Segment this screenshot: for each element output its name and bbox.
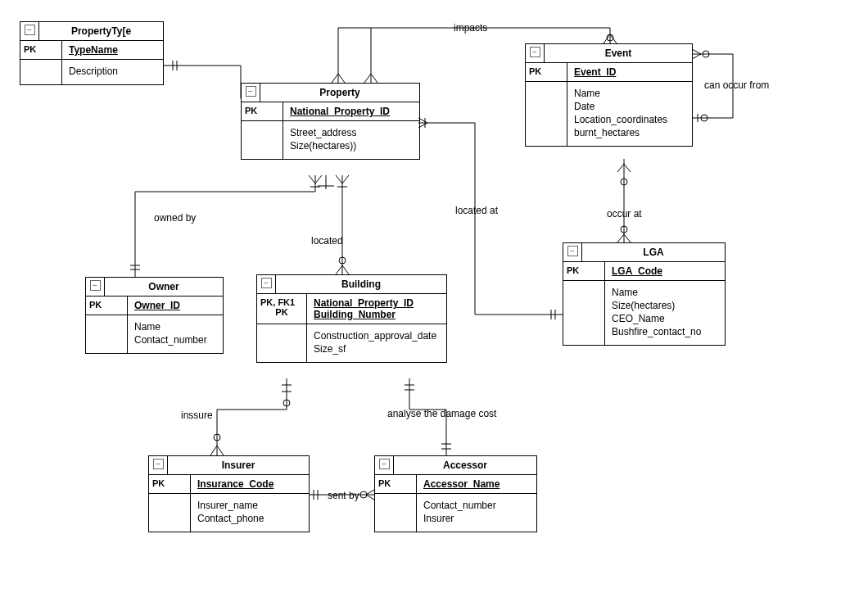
minus-icon[interactable]: − — [153, 459, 164, 469]
entity-title: PropertyTy[e — [39, 22, 163, 40]
pk-field: Owner_ID — [128, 296, 223, 315]
pk-label: PK — [149, 475, 191, 493]
entity-attr: burnt_hectares — [574, 126, 685, 139]
svg-point-62 — [214, 434, 220, 441]
minus-icon[interactable]: − — [379, 459, 390, 469]
minus-icon[interactable]: − — [567, 246, 578, 256]
pk-label: PK, FK1 — [260, 297, 303, 307]
rel-sent-by: sent by — [325, 490, 362, 501]
entity-attr: Size_sf — [314, 342, 440, 355]
pk-field: Building_Number — [314, 309, 440, 320]
entity-building: −Building PK, FK1PK National_Property_ID… — [256, 274, 447, 363]
entity-title: LGA — [582, 243, 725, 261]
entity-attr: Size(hectares) — [612, 299, 718, 312]
minus-icon[interactable]: − — [261, 278, 272, 288]
svg-line-19 — [692, 49, 701, 54]
pk-label: PK — [86, 296, 128, 315]
entity-title: Accessor — [394, 456, 536, 474]
minus-icon[interactable]: − — [246, 86, 256, 97]
svg-line-52 — [336, 265, 342, 274]
rel-can-occur-from: can occur from — [702, 79, 771, 91]
entity-attr: Name — [134, 320, 216, 333]
pk-field: National_Property_ID — [314, 297, 440, 309]
entity-attr: Description — [69, 65, 156, 78]
svg-line-14 — [604, 34, 610, 43]
rel-analyse: analyse the damage cost — [385, 408, 499, 419]
svg-line-49 — [336, 175, 342, 183]
svg-point-21 — [703, 51, 709, 57]
svg-line-20 — [692, 54, 701, 59]
entity-attr: Bushfire_contact_no — [612, 325, 718, 338]
svg-line-78 — [366, 495, 374, 500]
entity-insurer: −Insurer PKInsurance_Code Insurer_nameCo… — [148, 455, 310, 532]
entity-title: Building — [276, 275, 446, 293]
pk-label: PK — [563, 262, 605, 280]
pk-field: Insurance_Code — [191, 475, 309, 493]
entity-property: −Property PKNational_Property_ID Street_… — [241, 83, 420, 160]
svg-line-38 — [617, 234, 624, 242]
pk-field: Accessor_Name — [417, 475, 536, 493]
entity-attr: Contact_number — [134, 333, 216, 346]
entity-property-type: −PropertyTy[e PKTypeName Description — [20, 21, 164, 85]
entity-attr: Location_coordinates — [574, 113, 685, 126]
entity-attr: Name — [612, 286, 718, 299]
svg-point-23 — [701, 115, 708, 121]
minus-icon[interactable]: − — [90, 280, 101, 291]
svg-point-34 — [621, 179, 627, 185]
entity-attr: Date — [574, 100, 685, 113]
svg-line-35 — [617, 164, 624, 172]
entity-attr: Size(hectares)) — [290, 139, 413, 152]
entity-attr: Construction_approval_date — [314, 329, 440, 342]
svg-line-10 — [338, 74, 345, 83]
entity-attr: Contact_phone — [197, 512, 302, 525]
svg-line-39 — [624, 234, 631, 242]
entity-attr: Contact_number — [423, 499, 530, 512]
svg-line-15 — [610, 34, 617, 43]
entity-title: Owner — [105, 278, 223, 296]
entity-accessor: −Accessor PKAccessor_Name Contact_number… — [374, 455, 537, 532]
rel-impacts: impacts — [451, 22, 490, 34]
rel-inssure: inssure — [179, 410, 215, 421]
rel-located: located — [309, 235, 346, 247]
pk-field: TypeName — [62, 41, 163, 59]
svg-line-53 — [342, 265, 349, 274]
pk-label: PK — [242, 102, 283, 120]
entity-title: Insurer — [168, 456, 309, 474]
entity-attr: CEO_Name — [612, 312, 718, 325]
svg-line-64 — [217, 446, 224, 455]
entity-title: Event — [545, 44, 692, 62]
svg-line-9 — [332, 74, 338, 83]
svg-line-50 — [342, 175, 349, 183]
svg-point-37 — [621, 226, 627, 233]
svg-point-65 — [283, 400, 290, 406]
svg-line-12 — [371, 74, 377, 83]
entity-attr: Insurer — [423, 512, 530, 525]
pk-field: National_Property_ID — [283, 102, 419, 120]
rel-located-at: located at — [453, 205, 500, 216]
rel-occur-at: occur at — [604, 208, 644, 220]
entity-lga: −LGA PKLGA_Code NameSize(hectares)CEO_Na… — [563, 242, 726, 346]
svg-point-54 — [339, 257, 346, 264]
svg-line-77 — [366, 490, 374, 495]
entity-attr: Name — [574, 87, 685, 100]
pk-label: PK — [375, 475, 417, 493]
svg-line-36 — [624, 164, 631, 172]
entity-title: Property — [260, 84, 419, 102]
pk-field: Event_ID — [567, 63, 692, 81]
entity-attr: Insurer_name — [197, 499, 302, 512]
minus-icon[interactable]: − — [530, 47, 540, 57]
rel-owned-by: owned by — [151, 212, 198, 224]
entity-owner: −Owner PKOwner_ID NameContact_number — [85, 277, 224, 354]
svg-line-44 — [315, 175, 322, 183]
svg-line-43 — [309, 175, 315, 183]
entity-attr: Street_address — [290, 126, 413, 139]
pk-field: LGA_Code — [605, 262, 725, 280]
pk-label: PK — [20, 41, 62, 59]
entity-event: −Event PKEvent_ID NameDateLocation_coord… — [525, 43, 693, 147]
svg-line-11 — [364, 74, 371, 83]
minus-icon[interactable]: − — [25, 25, 35, 35]
svg-point-13 — [607, 34, 613, 41]
pk-label: PK — [526, 63, 567, 81]
pk-label: PK — [260, 307, 303, 317]
svg-line-63 — [210, 446, 217, 455]
